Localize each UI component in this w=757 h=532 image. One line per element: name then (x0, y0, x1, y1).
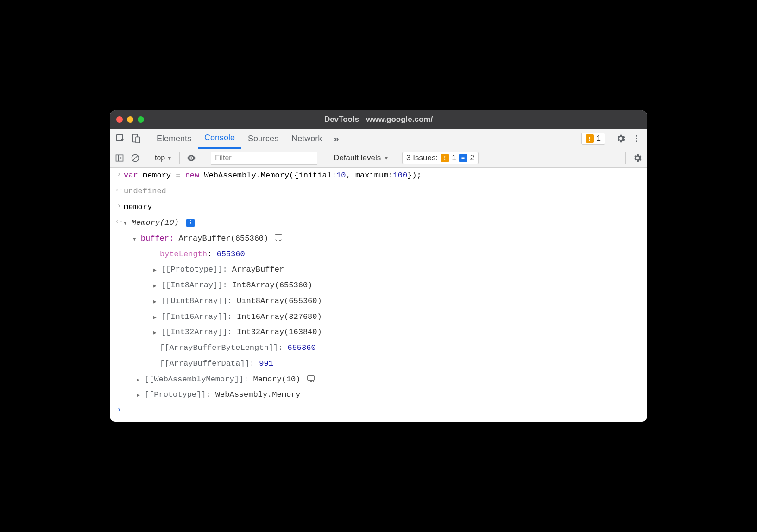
devtools-window: DevTools - www.google.com/ Elements Cons… (110, 110, 647, 422)
tree-row: [[ArrayBufferData]]: 991 (110, 356, 647, 372)
divider (325, 152, 325, 164)
tree-row: [[Int8Array]]: Int8Array(655360) (110, 278, 647, 293)
issues-label: 3 Issues: (406, 153, 438, 163)
prop-value[interactable]: WebAssembly.Memory (215, 390, 301, 399)
console-output: › var memory = new WebAssembly.Memory({i… (110, 168, 647, 422)
prompt-icon: › (114, 169, 124, 181)
more-tabs-icon[interactable]: » (329, 132, 343, 146)
divider (147, 133, 147, 145)
result-icon: ‹· (114, 184, 124, 196)
close-window-button[interactable] (116, 116, 123, 123)
console-prompt-row[interactable]: › (110, 403, 647, 417)
traffic-lights (116, 116, 144, 123)
settings-icon[interactable] (614, 132, 628, 146)
tab-sources[interactable]: Sources (241, 128, 285, 149)
issues-warn-count: 1 (452, 153, 456, 163)
inspect-element-icon[interactable] (114, 132, 127, 146)
code-line[interactable]: memory (124, 200, 643, 214)
divider (179, 152, 180, 164)
memory-inspector-icon[interactable] (275, 234, 282, 240)
undefined-value: undefined (124, 187, 166, 196)
prop-value[interactable]: ArrayBuffer (232, 265, 284, 274)
prop-value[interactable]: Int8Array(655360) (232, 281, 312, 290)
prop-value[interactable]: Uint8Array(655360) (237, 297, 322, 305)
titlebar: DevTools - www.google.com/ (110, 110, 647, 129)
svg-point-4 (636, 138, 637, 139)
divider (147, 152, 147, 164)
window-title: DevTools - www.google.com/ (110, 115, 647, 124)
tree-row: buffer: ArrayBuffer(655360) (110, 231, 647, 247)
expand-toggle[interactable] (137, 393, 140, 398)
svg-rect-2 (136, 137, 139, 143)
log-levels-selector[interactable]: Default levels ▼ (330, 153, 392, 163)
clear-console-icon[interactable] (128, 151, 142, 165)
prop-key[interactable]: [[Uint8Array]]: (161, 297, 237, 305)
kebab-menu-icon[interactable] (630, 132, 643, 146)
prop-key[interactable]: [[Int16Array]]: (161, 312, 237, 321)
context-selector[interactable]: top ▼ (152, 154, 175, 162)
tab-network[interactable]: Network (285, 128, 328, 149)
prop-key[interactable]: [[ArrayBufferByteLength]]: (160, 343, 287, 352)
prop-key[interactable]: [[ArrayBufferData]]: (160, 359, 259, 368)
memory-inspector-icon[interactable] (307, 375, 315, 381)
prop-key[interactable]: buffer: (141, 234, 179, 243)
warning-icon: ! (441, 154, 449, 162)
prop-value[interactable]: Int32Array(163840) (237, 328, 322, 336)
expand-toggle[interactable] (124, 221, 127, 226)
console-input-row: › var memory = new WebAssembly.Memory({i… (110, 168, 647, 184)
prop-key[interactable]: byteLength (160, 250, 207, 259)
console-input-row: › memory (110, 199, 647, 215)
expand-toggle[interactable] (153, 283, 157, 289)
expand-toggle[interactable] (153, 330, 157, 336)
divider (610, 133, 610, 145)
svg-point-3 (636, 135, 637, 137)
live-expression-icon[interactable] (184, 151, 198, 165)
prop-value[interactable]: ArrayBuffer(655360) (178, 234, 268, 243)
prop-key[interactable]: [[Int32Array]]: (161, 328, 237, 336)
tabbar: Elements Console Sources Network » ! 1 (110, 129, 647, 149)
tree-row: [[WebAssemblyMemory]]: Memory(10) (110, 372, 647, 387)
tree-row: [[Int32Array]]: Int32Array(163840) (110, 324, 647, 340)
expand-toggle[interactable] (153, 267, 157, 273)
console-filterbar: top ▼ Default levels ▼ 3 Issues: ! 1 = 2 (110, 149, 647, 168)
device-toolbar-icon[interactable] (129, 132, 143, 146)
info-icon: = (459, 154, 467, 162)
expand-toggle[interactable] (153, 315, 157, 320)
tree-row: byteLength: 655360 (110, 247, 647, 262)
divider (625, 152, 626, 164)
prop-key[interactable]: [[Prototype]]: (161, 265, 232, 274)
prop-value[interactable]: Memory(10) (253, 375, 300, 384)
tree-row: [[ArrayBufferByteLength]]: 655360 (110, 340, 647, 356)
code-line[interactable]: var memory = new WebAssembly.Memory({ini… (124, 169, 643, 183)
console-settings-icon[interactable] (631, 151, 644, 165)
info-icon[interactable]: i (186, 219, 195, 227)
result-icon: ‹· (114, 216, 124, 228)
minimize-window-button[interactable] (127, 116, 133, 123)
tab-elements[interactable]: Elements (150, 128, 198, 149)
svg-point-8 (190, 157, 192, 159)
warnings-badge[interactable]: ! 1 (581, 133, 605, 145)
prop-key[interactable]: [[Prototype]]: (145, 390, 215, 399)
tree-row: [[Int16Array]]: Int16Array(327680) (110, 309, 647, 325)
warning-count: 1 (597, 134, 601, 143)
object-summary[interactable]: Memory(10) (132, 218, 179, 227)
tree-row: [[Prototype]]: ArrayBuffer (110, 262, 647, 278)
prop-key[interactable]: [[WebAssemblyMemory]]: (145, 375, 253, 384)
expand-toggle[interactable] (133, 236, 136, 242)
input-prompt-icon: › (114, 404, 124, 416)
tree-row: [[Uint8Array]]: Uint8Array(655360) (110, 293, 647, 309)
issues-badge[interactable]: 3 Issues: ! 1 = 2 (402, 152, 479, 164)
expand-toggle[interactable] (137, 377, 140, 383)
prop-value: 655360 (287, 343, 315, 352)
maximize-window-button[interactable] (138, 116, 144, 123)
prop-value: 991 (259, 359, 273, 368)
filter-input[interactable] (211, 152, 317, 165)
toggle-sidebar-icon[interactable] (113, 151, 126, 165)
tree-row: [[Prototype]]: WebAssembly.Memory (110, 387, 647, 403)
expand-toggle[interactable] (153, 299, 157, 304)
console-result-row: ‹· undefined (110, 184, 647, 200)
tab-console[interactable]: Console (198, 128, 241, 149)
divider (203, 152, 203, 164)
prop-key[interactable]: [[Int8Array]]: (161, 281, 232, 290)
prop-value[interactable]: Int16Array(327680) (237, 312, 322, 321)
